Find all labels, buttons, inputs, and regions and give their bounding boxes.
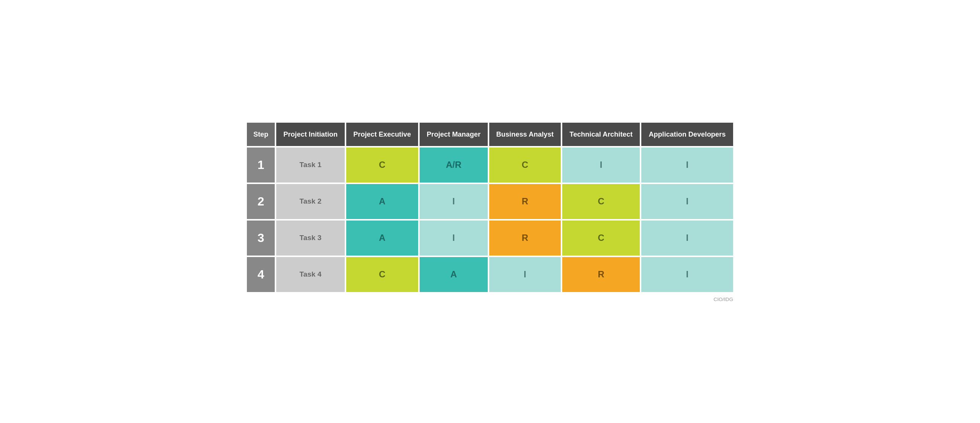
project-executive-header: Project Executive <box>346 123 418 146</box>
technical-architect-cell: R <box>562 257 640 292</box>
application-developers-header: Application Developers <box>641 123 733 146</box>
watermark-text: CIO/IDG <box>245 297 735 302</box>
project-initiation-header: Project Initiation <box>276 123 345 146</box>
task-label: Task 4 <box>276 257 345 292</box>
step-column-header: Step <box>247 123 275 146</box>
project-executive-cell: C <box>346 257 418 292</box>
project-manager-header: Project Manager <box>420 123 488 146</box>
table-row: 3Task 3AIRCI <box>247 221 733 256</box>
business-analyst-cell: I <box>489 257 561 292</box>
technical-architect-cell: C <box>562 221 640 256</box>
application-developers-cell: I <box>641 221 733 256</box>
technical-architect-cell: C <box>562 184 640 219</box>
project-manager-cell: A/R <box>420 148 488 183</box>
raci-table: Step Project Initiation Project Executiv… <box>245 121 735 294</box>
technical-architect-header: Technical Architect <box>562 123 640 146</box>
project-manager-cell: I <box>420 221 488 256</box>
project-manager-cell: A <box>420 257 488 292</box>
application-developers-cell: I <box>641 257 733 292</box>
application-developers-cell: I <box>641 184 733 219</box>
business-analyst-header: Business Analyst <box>489 123 561 146</box>
raci-chart-wrapper: Step Project Initiation Project Executiv… <box>245 121 735 302</box>
project-executive-cell: A <box>346 184 418 219</box>
task-label: Task 1 <box>276 148 345 183</box>
project-manager-cell: I <box>420 184 488 219</box>
business-analyst-cell: R <box>489 221 561 256</box>
task-label: Task 3 <box>276 221 345 256</box>
business-analyst-cell: R <box>489 184 561 219</box>
table-row: 1Task 1CA/RCII <box>247 148 733 183</box>
step-number: 3 <box>247 221 275 256</box>
technical-architect-cell: I <box>562 148 640 183</box>
task-label: Task 2 <box>276 184 345 219</box>
table-row: 4Task 4CAIRI <box>247 257 733 292</box>
header-row: Step Project Initiation Project Executiv… <box>247 123 733 146</box>
step-number: 2 <box>247 184 275 219</box>
step-number: 1 <box>247 148 275 183</box>
business-analyst-cell: C <box>489 148 561 183</box>
application-developers-cell: I <box>641 148 733 183</box>
project-executive-cell: C <box>346 148 418 183</box>
table-row: 2Task 2AIRCI <box>247 184 733 219</box>
project-executive-cell: A <box>346 221 418 256</box>
step-number: 4 <box>247 257 275 292</box>
